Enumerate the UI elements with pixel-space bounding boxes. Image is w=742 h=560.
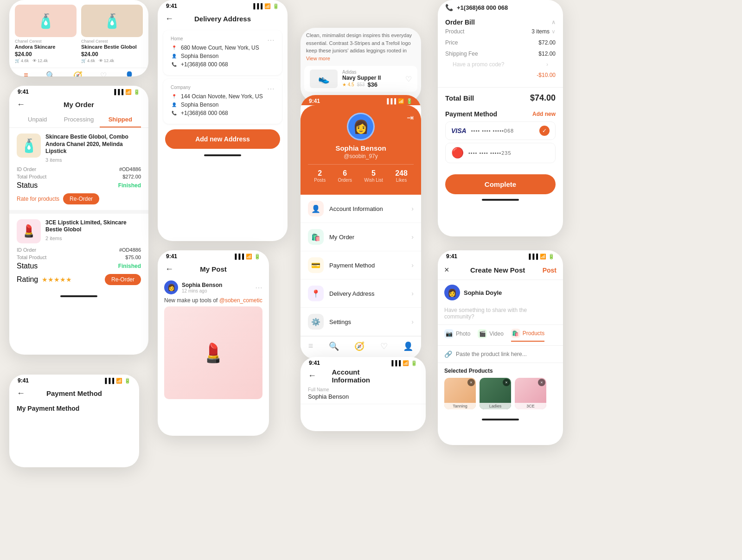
order-item-name-2: 3CE Lipstick Limited, Skincare Bestie Gl… [45,219,141,234]
search-action[interactable]: 🔍 [46,71,55,76]
feed-action[interactable]: ≡ [24,71,28,76]
profile-action[interactable]: 👤 [125,71,134,76]
nav-explore-icon[interactable]: 🧭 [354,341,365,351]
product-name-2: Skincare Bestie Globol [81,44,143,50]
product-info-detail: Adidas Navy Supper II ★ 4.5 $53 $36 [342,70,381,88]
pm-card-visa[interactable]: VISA •••• •••• •••••068 ✓ [445,121,556,140]
profile-stats: 2 Posts 6 Orders 5 Wish List 248 Likes [308,164,414,187]
order-meta-id-1: ID Order #OD4886 [17,166,141,172]
product-description: Clean, minimalist design inspires this e… [301,28,421,66]
post-header: × Create New Post Post [438,261,563,280]
re-order-btn-2[interactable]: Re-Order [105,274,141,285]
tab-photo[interactable]: 📷 Photo [444,329,470,342]
phone-num-bill: +1(368)68 000 068 [457,4,508,11]
menu-item-delivery[interactable]: 📍 Delivery Address › [301,280,421,308]
order-status-row-1: Status Finished [17,181,141,190]
add-address-button[interactable]: Add new Address [165,129,280,149]
heart-action[interactable]: ♡ [100,71,107,76]
order-item-header-1: 🧴 Skincare Bestie Globol, Combo Andora C… [17,134,141,163]
my-post-image: 💄 [164,306,262,399]
back-arrow-account[interactable]: ← [308,371,316,381]
my-post-author-info: Sophia Benson 12 mins ago [182,282,251,293]
status-icons-payment: ▐▐▐📶🔋 [103,378,131,384]
address-text-home: 680 Mowe Court, New York, US [181,45,259,51]
post-media-tabs: 📷 Photo 🎬 Video 🛍️ Products [438,325,563,346]
product-expand-icon[interactable]: ∨ [551,28,556,35]
payment-title: Payment Method [46,389,102,397]
menu-item-settings[interactable]: ⚙️ Settings › [301,308,421,336]
likes-stat: 🛒 4.6k [15,58,29,63]
nav-profile-icon[interactable]: 👤 [403,341,413,351]
address-person-home: 👤 Sophia Benson [171,53,275,59]
address-loc-company: 📍 144 Ocian Novote, New York, US [171,93,275,100]
bottom-nav-profile: ≡ 🔍 🧭 ♡ 👤 [301,336,421,354]
menu-item-account[interactable]: 👤 Account Information › [301,195,421,223]
complete-button[interactable]: Complete [445,174,556,194]
settings-icon: ⚙️ [311,318,320,326]
tab-video[interactable]: 🎬 Video [478,329,503,342]
promo-chevron[interactable]: › [546,61,548,68]
tab-products[interactable]: 🛍️ Products [511,329,544,342]
nav-home-icon[interactable]: ≡ [308,341,313,351]
tab-processing[interactable]: Processing [58,112,99,127]
fullname-value: Sophia Benson [308,393,418,400]
remove-thumb-1[interactable]: × [467,379,475,386]
bill-price-label: Price [445,39,458,46]
view-more-link[interactable]: View more [306,56,330,61]
nav-search-icon[interactable]: 🔍 [329,341,339,351]
remove-thumb-3[interactable]: × [538,379,545,386]
back-arrow-payment[interactable]: ← [17,388,25,398]
product-new-price: $36 [367,81,377,88]
logout-icon[interactable]: ⇥ [407,113,414,123]
bill-total-row: Total Bill $74.00 [438,89,563,107]
my-post-frame: 9:41 ▐▐▐📶🔋 ← My Post 👩 Sophia Benson 12 … [158,250,269,436]
remove-thumb-2[interactable]: × [503,379,510,386]
stat-posts-num: 2 [314,169,326,178]
rate-btn-1: Rate for products Re-Order [17,193,141,204]
back-arrow-order[interactable]: ← [17,100,25,109]
pm-card-mastercard[interactable]: 🔴 •••• •••• •••••235 [445,143,556,163]
explore-action[interactable]: 🧭 [73,71,83,76]
visa-selected-icon: ✓ [539,126,550,136]
post-link-row: 🔗 [438,346,563,363]
re-order-btn-1[interactable]: Re-Order [63,193,99,204]
order-meta-total-2: Total Product $75.00 [17,255,141,260]
post-action-btn[interactable]: Post [543,267,556,274]
id-val-1: #OD4886 [119,166,141,172]
tab-unpaid[interactable]: Unpaid [17,112,58,127]
my-payment-label: My Payment Method [9,401,139,416]
product-card-2[interactable]: 🧴 Chanel Cerest Skincare Bestie Globol $… [81,5,143,63]
post-mention[interactable]: @soben_cometic [219,297,262,304]
product-link-input[interactable] [456,351,556,357]
heart-icon-detail[interactable]: ♡ [405,75,412,83]
product-name-detail: Navy Supper II [342,75,381,81]
nav-heart-icon[interactable]: ♡ [380,341,388,351]
bill-collapse-icon[interactable]: ∧ [551,19,556,25]
my-post-dots[interactable]: ⋯ [255,283,262,292]
rate-link-1[interactable]: Rate for products [17,196,59,202]
product-card-1[interactable]: 🧴 Chanel Cerest Andora Skincare $24.00 🛒… [15,5,77,63]
product-thumb-2: × Ladies [480,378,511,409]
address-block-company: Company ⋯ 📍 144 Ocian Novote, New York, … [163,79,282,124]
back-arrow-my-post[interactable]: ← [165,264,173,274]
status-val-2: Finished [118,263,141,269]
back-arrow-address[interactable]: ← [165,14,173,24]
tab-shipped[interactable]: Shipped [100,112,141,127]
photo-icon: 📷 [444,329,454,338]
address-dots-company[interactable]: ⋯ [267,84,275,93]
status-icons-account: ▐▐▐📶🔋 [390,360,417,366]
account-nav-header: ← Account Information [301,367,426,383]
profile-handle: @soobin_97y [308,153,414,159]
thumb-label-1: Tanning [444,403,476,409]
bill-discount-row: -$10.00 [445,70,556,81]
thumb-label-3: 3CE [515,403,546,409]
account-fullname-field: Full Name Sophia Benson [301,383,426,404]
menu-item-order[interactable]: 🛍️ My Order › [301,223,421,251]
bill-section: Order Bill ∧ Product 3 items ∨ Price $72… [438,14,563,85]
menu-label-settings: Settings [329,318,406,325]
menu-item-payment[interactable]: 💳 Payment Method › [301,251,421,280]
close-icon-post[interactable]: × [444,265,449,275]
pm-add-link[interactable]: Add new [532,111,556,117]
address-dots-home[interactable]: ⋯ [267,36,275,45]
post-author-row: 👩 Sophia Benson 12 mins ago ⋯ [164,280,262,294]
